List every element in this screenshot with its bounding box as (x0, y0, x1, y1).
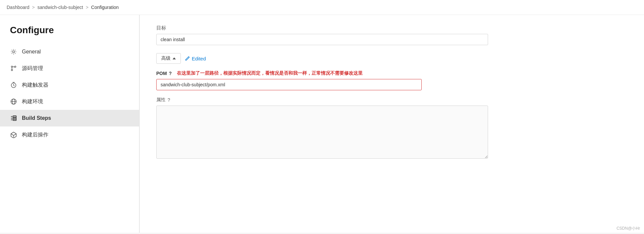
attr-label-row: 属性 ? (156, 97, 627, 103)
clock-icon (10, 81, 17, 89)
target-label: 目标 (156, 25, 627, 31)
sidebar-item-general-label: General (22, 49, 41, 55)
main-layout: Configure General 源码 (0, 15, 644, 233)
svg-rect-12 (13, 116, 16, 117)
attr-section: 属性 ? (156, 97, 627, 160)
sidebar-item-env-label: 构建环境 (22, 98, 43, 105)
target-field-group: 目标 (156, 25, 627, 45)
target-input[interactable] (156, 34, 488, 45)
pom-help-icon[interactable]: ? (169, 71, 172, 76)
sidebar-item-post-build-label: 构建后操作 (22, 131, 48, 138)
edited-label: Edited (192, 56, 206, 61)
pom-input-wrapper (156, 79, 627, 90)
pom-input[interactable] (156, 79, 422, 90)
watermark: CSDN@小Hr (616, 226, 640, 231)
sidebar-item-env[interactable]: 构建环境 (0, 93, 139, 110)
breadcrumb-current: Configuration (91, 5, 119, 10)
attr-help-icon[interactable]: ? (168, 97, 170, 103)
branch-icon (10, 65, 17, 72)
sidebar-item-post-build[interactable]: 构建后操作 (0, 126, 139, 143)
sidebar-item-source-label: 源码管理 (22, 65, 43, 72)
sidebar-item-source[interactable]: 源码管理 (0, 60, 139, 77)
breadcrumb: Dashboard > sandwich-club-subject > Conf… (0, 0, 644, 15)
box-icon (10, 131, 17, 138)
sidebar-item-build-steps[interactable]: Build Steps (0, 110, 139, 126)
pom-label-text: POM (156, 71, 167, 76)
sidebar-item-build-steps-label: Build Steps (22, 115, 51, 121)
sidebar: Configure General 源码 (0, 15, 139, 233)
breadcrumb-sep-1: > (32, 5, 35, 10)
pom-note: 在这里加了一层路径，根据实际情况而定，看情况是否和我一样，正常情况不需要修改这里 (177, 70, 363, 76)
svg-rect-13 (13, 117, 16, 119)
breadcrumb-project[interactable]: sandwich-club-subject (37, 5, 83, 10)
sidebar-title: Configure (0, 22, 139, 43)
svg-point-3 (15, 66, 16, 67)
breadcrumb-dashboard[interactable]: Dashboard (7, 5, 30, 10)
attr-label-text: 属性 (156, 97, 166, 103)
advanced-btn-label: 高级 (161, 55, 171, 61)
sidebar-item-general[interactable]: General (0, 43, 139, 60)
svg-point-1 (11, 66, 13, 67)
attr-textarea[interactable] (156, 106, 488, 159)
pencil-icon (185, 56, 190, 61)
svg-rect-14 (13, 119, 16, 120)
advanced-button[interactable]: 高级 (156, 53, 181, 64)
pom-label-row: POM ? 在这里加了一层路径，根据实际情况而定，看情况是否和我一样，正常情况不… (156, 70, 627, 76)
breadcrumb-sep-2: > (86, 5, 88, 10)
globe-icon (10, 98, 17, 105)
svg-point-0 (13, 51, 15, 53)
edited-badge: Edited (185, 56, 206, 61)
sidebar-item-trigger[interactable]: 构建触发器 (0, 77, 139, 93)
pom-section: POM ? 在这里加了一层路径，根据实际情况而定，看情况是否和我一样，正常情况不… (156, 70, 627, 90)
chevron-up-icon (173, 57, 176, 59)
advanced-header: 高级 Edited (156, 53, 627, 64)
content-area: 目标 高级 Edited POM ? 在这里加了一层路径，根据实际情况而定，看情… (140, 15, 644, 233)
list-icon (10, 115, 17, 122)
sidebar-item-trigger-label: 构建触发器 (22, 82, 48, 89)
svg-point-2 (11, 69, 13, 71)
gear-icon (10, 48, 17, 55)
